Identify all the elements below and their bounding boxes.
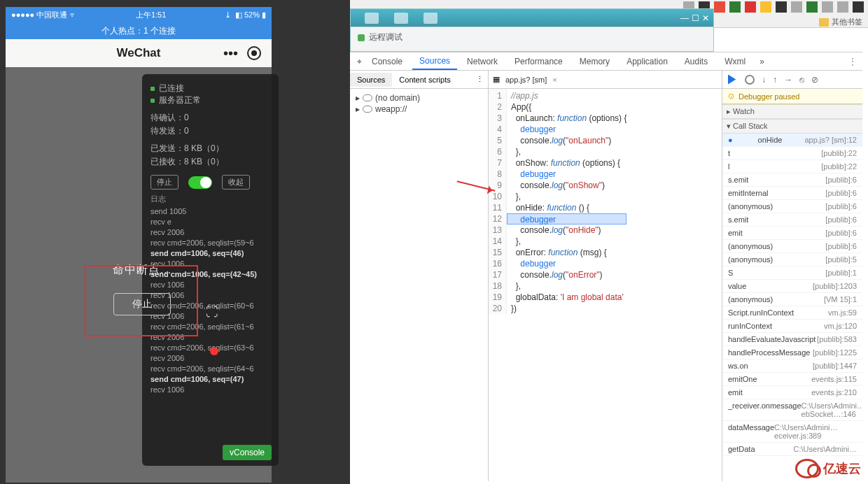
content-scripts-subtab[interactable]: Content scripts [392, 73, 457, 87]
win-min-icon[interactable]: — [680, 13, 689, 23]
menu-icon[interactable]: ••• [223, 45, 238, 62]
remote-debug-tab[interactable]: 远程调试 [369, 31, 402, 43]
pending-send: 待发送：0 [150, 125, 270, 137]
more-icon[interactable]: ⋮ [469, 72, 488, 87]
stack-row[interactable]: emitInternal[publib]:6 [722, 187, 862, 200]
log-tab[interactable]: 日志 [150, 194, 270, 204]
carrier-label: 中国联通 [36, 10, 67, 19]
app-icon[interactable] [365, 13, 379, 24]
battery-label: 52% [244, 10, 260, 19]
callstack-section[interactable]: Call Stack [733, 122, 768, 130]
target-icon[interactable] [247, 46, 261, 60]
stack-row[interactable]: onHideapp.js? [sm]:12 [722, 134, 862, 147]
stack-row[interactable]: (anonymous)[publib]:6 [722, 200, 862, 213]
stack-row[interactable]: (anonymous)[VM 15]:1 [722, 293, 862, 306]
record-dot-icon [210, 347, 218, 355]
stack-row[interactable]: s.emit[publib]:6 [722, 173, 862, 187]
stack-row[interactable]: ws.on[publib]:1447 [722, 360, 862, 373]
stack-row[interactable]: Script.runInContextvm.js:59 [722, 306, 862, 320]
resume-icon[interactable] [728, 75, 738, 85]
inspect-icon[interactable]: ⌖ [357, 57, 362, 66]
app-title: WeChat [117, 46, 161, 60]
devtool-app-window: — ☐ ✕ 远程调试 [350, 8, 714, 52]
stack-row[interactable]: _receiver.onmessageC:\Users\Admini…ebSoc… [722, 399, 862, 421]
step-over-icon[interactable] [745, 75, 755, 85]
tab-application[interactable]: Application [620, 54, 675, 69]
chevron-icon[interactable]: » [760, 57, 764, 66]
tree-weapp[interactable]: weapp:// [375, 104, 407, 114]
win-max-icon[interactable]: ☐ [692, 13, 699, 23]
status-connected: 已连接 [159, 83, 184, 94]
fullscreen-icon[interactable]: ⛶ [206, 305, 218, 320]
win-close-icon[interactable]: ✕ [702, 13, 709, 23]
cloud-icon [363, 106, 372, 113]
step-into-icon[interactable]: ↓ [762, 75, 766, 85]
bookmark-other[interactable]: 其他书签 [832, 17, 862, 27]
tab-performance[interactable]: Performance [507, 54, 570, 69]
file-nav-icon[interactable]: ▦ [493, 75, 500, 84]
paused-banner: Debugger paused [722, 89, 862, 104]
tab-audits[interactable]: Audits [678, 54, 715, 69]
stack-row[interactable]: runInContextvm.js:120 [722, 320, 862, 333]
stack-row[interactable]: emitevents.js:210 [722, 386, 862, 399]
vconsole-button[interactable]: vConsole [223, 445, 272, 460]
stack-row[interactable]: (anonymous)[publib]:5 [722, 253, 862, 266]
status-server: 服务器正常 [159, 94, 201, 106]
watermark: 亿速云 [795, 459, 861, 478]
cloud-icon [363, 94, 372, 101]
code-editor[interactable]: 1234567891011121314151617181920 //app.js… [489, 89, 722, 314]
phone-mockup: ●●●●● 中国联通 ᯤ 上午1:51 ⤓◧ 52% ▮ 个人热点：1 个连接 … [6, 7, 272, 483]
connected-icon [358, 34, 365, 41]
stack-row[interactable]: emit[publib]:6 [722, 227, 862, 240]
folder-icon [819, 18, 829, 27]
sources-subtab[interactable]: Sources [350, 73, 392, 87]
stack-row[interactable]: t[publib]:22 [722, 147, 862, 160]
stack-row[interactable]: s.emit[publib]:6 [722, 213, 862, 227]
devtools-panel: ⌖ ConsoleSourcesNetworkPerformanceMemory… [350, 52, 862, 481]
watch-section[interactable]: Watch [733, 107, 755, 115]
watermark-text: 亿速云 [823, 460, 861, 477]
step-icon[interactable]: → [784, 75, 792, 85]
watermark-logo-icon [795, 459, 819, 478]
vc-toggle[interactable] [188, 176, 212, 189]
pause-exc-icon[interactable]: ⊘ [811, 75, 818, 85]
stack-row[interactable]: l[publib]:22 [722, 160, 862, 173]
deactivate-bp-icon[interactable]: ⎋ [799, 75, 804, 85]
pending-ack: 待确认：0 [150, 112, 270, 124]
highlight-box [85, 265, 198, 336]
app-icon[interactable] [394, 13, 408, 24]
time-label: 上午1:51 [136, 10, 166, 20]
step-out-icon[interactable]: ↑ [773, 75, 777, 85]
stack-row[interactable]: (anonymous)[publib]:6 [722, 240, 862, 253]
debugger-toolbar: ↓ ↑ → ⎋ ⊘ [722, 71, 862, 89]
stack-row[interactable]: value[publib]:1203 [722, 280, 862, 293]
devtools-tab-bar: ⌖ ConsoleSourcesNetworkPerformanceMemory… [350, 52, 862, 71]
vc-fold-button[interactable]: 收起 [222, 175, 250, 190]
stack-row[interactable]: S[publib]:1 [722, 266, 862, 280]
stack-row[interactable]: handleProcessMessage[publib]:1225 [722, 346, 862, 360]
stack-row[interactable]: getDataC:\Users\Admini… [722, 443, 862, 456]
file-tab[interactable]: app.js? [sm] [505, 76, 547, 84]
stack-row[interactable]: dataMessageC:\Users\Admini…eceiver.js:38… [722, 421, 862, 443]
hotspot-banner: 个人热点：1 个连接 [6, 22, 272, 39]
recv-kb: 已接收：8 KB（0） [150, 156, 270, 168]
close-icon[interactable]: × [552, 76, 556, 84]
more-icon[interactable]: ⋮ [848, 57, 857, 66]
tab-console[interactable]: Console [365, 54, 410, 69]
stack-row[interactable]: emitOneevents.js:115 [722, 373, 862, 386]
tree-nodomain[interactable]: (no domain) [375, 93, 420, 103]
stack-row[interactable]: handleEvaluateJavascript[publib]:583 [722, 333, 862, 346]
app-icon[interactable] [424, 13, 438, 24]
tab-network[interactable]: Network [460, 54, 505, 69]
sent-kb: 已发送：8 KB（0） [150, 143, 270, 155]
phone-statusbar: ●●●●● 中国联通 ᯤ 上午1:51 ⤓◧ 52% ▮ [6, 7, 272, 22]
tab-sources[interactable]: Sources [412, 53, 457, 70]
tab-memory[interactable]: Memory [573, 54, 617, 69]
wechat-header: WeChat ••• [6, 39, 272, 67]
tab-wxml[interactable]: Wxml [718, 54, 752, 69]
call-stack[interactable]: onHideapp.js? [sm]:12t[publib]:22l[publi… [722, 134, 862, 481]
source-tree[interactable]: ▸(no domain) ▸weapp:// [350, 89, 488, 118]
vc-stop-button[interactable]: 停止 [150, 175, 178, 190]
